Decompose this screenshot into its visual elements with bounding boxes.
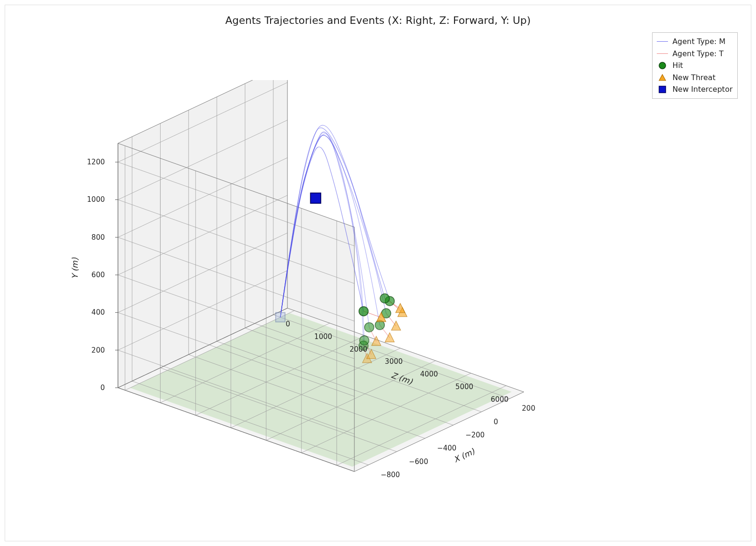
- legend-line-agent-m: [656, 37, 668, 46]
- interceptor-marker: [276, 313, 285, 322]
- circle-icon: [656, 61, 668, 70]
- svg-text:200: 200: [91, 346, 105, 354]
- svg-text:600: 600: [91, 271, 105, 279]
- svg-text:−200: −200: [465, 431, 484, 439]
- interceptor-marker: [310, 193, 321, 203]
- svg-text:1200: 1200: [87, 158, 105, 166]
- svg-text:0: 0: [286, 320, 290, 328]
- legend-label: Agent Type: T: [672, 48, 723, 60]
- legend-line-agent-t: [656, 49, 668, 58]
- hit-marker: [380, 294, 389, 303]
- svg-text:200: 200: [522, 404, 536, 413]
- legend: Agent Type: M Agent Type: T Hit New Thre…: [652, 32, 738, 99]
- svg-text:−800: −800: [381, 471, 400, 479]
- svg-text:−600: −600: [409, 457, 428, 466]
- legend-item-new-threat: New Threat: [656, 72, 733, 84]
- legend-item-agent-m: Agent Type: M: [656, 36, 733, 48]
- legend-label: Agent Type: M: [672, 36, 725, 48]
- svg-text:400: 400: [91, 308, 105, 317]
- legend-label: New Interceptor: [672, 83, 733, 96]
- hit-marker: [360, 336, 369, 345]
- svg-text:1000: 1000: [87, 195, 105, 204]
- hit-marker: [359, 307, 368, 316]
- plot-svg: 0200400600800100012000100020003000400050…: [57, 80, 581, 511]
- svg-rect-2: [659, 86, 666, 93]
- svg-text:5000: 5000: [455, 383, 473, 391]
- plot-3d[interactable]: 0200400600800100012000100020003000400050…: [57, 80, 581, 511]
- svg-text:0: 0: [494, 418, 499, 426]
- legend-label: Hit: [672, 59, 683, 72]
- svg-text:3000: 3000: [385, 357, 403, 366]
- svg-text:4000: 4000: [420, 370, 438, 378]
- svg-text:0: 0: [100, 384, 105, 392]
- legend-item-agent-t: Agent Type: T: [656, 48, 733, 60]
- legend-item-hit: Hit: [656, 59, 733, 72]
- chart-title: Agents Trajectories and Events (X: Right…: [5, 15, 751, 26]
- svg-marker-1: [659, 74, 666, 81]
- square-icon: [656, 85, 668, 94]
- triangle-icon: [656, 74, 668, 82]
- hit-marker: [365, 323, 374, 332]
- svg-text:2000: 2000: [350, 345, 367, 354]
- legend-item-new-interceptor: New Interceptor: [656, 83, 733, 96]
- svg-text:800: 800: [91, 233, 105, 242]
- panels: [118, 80, 524, 472]
- svg-text:1000: 1000: [314, 332, 332, 341]
- svg-text:6000: 6000: [491, 395, 508, 404]
- svg-text:−400: −400: [437, 444, 456, 452]
- svg-text:Y (m): Y (m): [70, 258, 80, 279]
- legend-label: New Threat: [672, 72, 715, 84]
- svg-point-0: [659, 62, 666, 69]
- chart-frame: Agents Trajectories and Events (X: Right…: [5, 5, 751, 541]
